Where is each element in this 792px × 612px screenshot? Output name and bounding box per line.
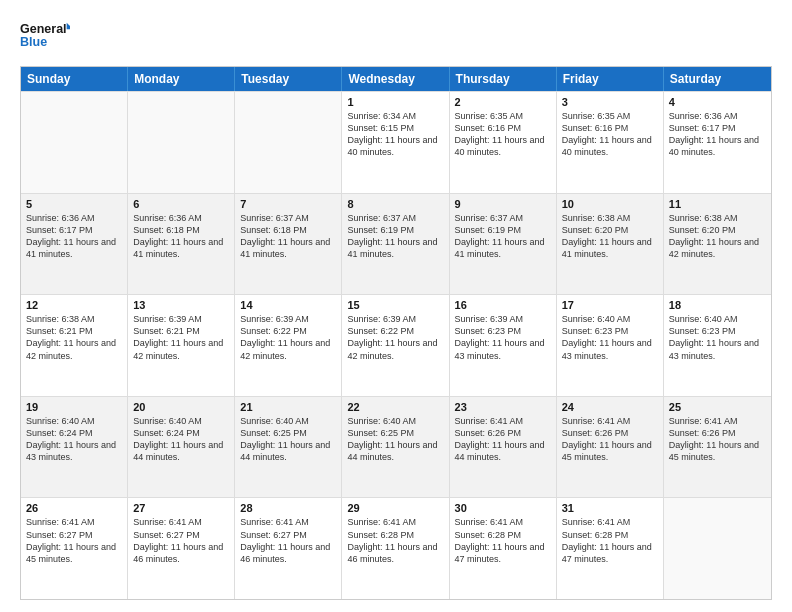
cell-detail: Sunrise: 6:41 AMSunset: 6:27 PMDaylight:…: [240, 516, 336, 565]
table-row: 31Sunrise: 6:41 AMSunset: 6:28 PMDayligh…: [557, 498, 664, 599]
header-day-monday: Monday: [128, 67, 235, 91]
table-row: 5Sunrise: 6:36 AMSunset: 6:17 PMDaylight…: [21, 194, 128, 295]
header-day-friday: Friday: [557, 67, 664, 91]
table-row: 20Sunrise: 6:40 AMSunset: 6:24 PMDayligh…: [128, 397, 235, 498]
table-row: 28Sunrise: 6:41 AMSunset: 6:27 PMDayligh…: [235, 498, 342, 599]
day-number: 11: [669, 198, 766, 210]
cell-detail: Sunrise: 6:40 AMSunset: 6:25 PMDaylight:…: [240, 415, 336, 464]
logo-svg: General Blue: [20, 16, 70, 56]
table-row: 11Sunrise: 6:38 AMSunset: 6:20 PMDayligh…: [664, 194, 771, 295]
header-day-saturday: Saturday: [664, 67, 771, 91]
cell-detail: Sunrise: 6:39 AMSunset: 6:22 PMDaylight:…: [347, 313, 443, 362]
calendar-row-2: 12Sunrise: 6:38 AMSunset: 6:21 PMDayligh…: [21, 294, 771, 396]
day-number: 7: [240, 198, 336, 210]
day-number: 22: [347, 401, 443, 413]
day-number: 31: [562, 502, 658, 514]
cell-detail: Sunrise: 6:41 AMSunset: 6:26 PMDaylight:…: [669, 415, 766, 464]
day-number: 9: [455, 198, 551, 210]
header-day-tuesday: Tuesday: [235, 67, 342, 91]
table-row: 6Sunrise: 6:36 AMSunset: 6:18 PMDaylight…: [128, 194, 235, 295]
table-row: 7Sunrise: 6:37 AMSunset: 6:18 PMDaylight…: [235, 194, 342, 295]
table-row: 15Sunrise: 6:39 AMSunset: 6:22 PMDayligh…: [342, 295, 449, 396]
table-row: 26Sunrise: 6:41 AMSunset: 6:27 PMDayligh…: [21, 498, 128, 599]
day-number: 15: [347, 299, 443, 311]
cell-detail: Sunrise: 6:41 AMSunset: 6:26 PMDaylight:…: [455, 415, 551, 464]
day-number: 14: [240, 299, 336, 311]
day-number: 28: [240, 502, 336, 514]
calendar-row-4: 26Sunrise: 6:41 AMSunset: 6:27 PMDayligh…: [21, 497, 771, 599]
cell-detail: Sunrise: 6:41 AMSunset: 6:28 PMDaylight:…: [455, 516, 551, 565]
table-row: 9Sunrise: 6:37 AMSunset: 6:19 PMDaylight…: [450, 194, 557, 295]
day-number: 2: [455, 96, 551, 108]
table-row: 18Sunrise: 6:40 AMSunset: 6:23 PMDayligh…: [664, 295, 771, 396]
table-row: 12Sunrise: 6:38 AMSunset: 6:21 PMDayligh…: [21, 295, 128, 396]
day-number: 30: [455, 502, 551, 514]
day-number: 29: [347, 502, 443, 514]
day-number: 10: [562, 198, 658, 210]
svg-marker-2: [67, 23, 70, 30]
header: General Blue: [20, 16, 772, 56]
cell-detail: Sunrise: 6:39 AMSunset: 6:21 PMDaylight:…: [133, 313, 229, 362]
day-number: 8: [347, 198, 443, 210]
cell-detail: Sunrise: 6:40 AMSunset: 6:23 PMDaylight:…: [562, 313, 658, 362]
calendar-body: 1Sunrise: 6:34 AMSunset: 6:15 PMDaylight…: [21, 91, 771, 599]
cell-detail: Sunrise: 6:40 AMSunset: 6:25 PMDaylight:…: [347, 415, 443, 464]
table-row: 25Sunrise: 6:41 AMSunset: 6:26 PMDayligh…: [664, 397, 771, 498]
table-row: 21Sunrise: 6:40 AMSunset: 6:25 PMDayligh…: [235, 397, 342, 498]
cell-detail: Sunrise: 6:37 AMSunset: 6:18 PMDaylight:…: [240, 212, 336, 261]
cell-detail: Sunrise: 6:36 AMSunset: 6:17 PMDaylight:…: [26, 212, 122, 261]
calendar: SundayMondayTuesdayWednesdayThursdayFrid…: [20, 66, 772, 600]
cell-detail: Sunrise: 6:41 AMSunset: 6:28 PMDaylight:…: [347, 516, 443, 565]
day-number: 13: [133, 299, 229, 311]
day-number: 6: [133, 198, 229, 210]
table-row: 8Sunrise: 6:37 AMSunset: 6:19 PMDaylight…: [342, 194, 449, 295]
table-row: 13Sunrise: 6:39 AMSunset: 6:21 PMDayligh…: [128, 295, 235, 396]
table-row: 27Sunrise: 6:41 AMSunset: 6:27 PMDayligh…: [128, 498, 235, 599]
header-day-thursday: Thursday: [450, 67, 557, 91]
day-number: 16: [455, 299, 551, 311]
cell-detail: Sunrise: 6:35 AMSunset: 6:16 PMDaylight:…: [455, 110, 551, 159]
table-row: 16Sunrise: 6:39 AMSunset: 6:23 PMDayligh…: [450, 295, 557, 396]
table-row: 10Sunrise: 6:38 AMSunset: 6:20 PMDayligh…: [557, 194, 664, 295]
table-row: 23Sunrise: 6:41 AMSunset: 6:26 PMDayligh…: [450, 397, 557, 498]
cell-detail: Sunrise: 6:40 AMSunset: 6:24 PMDaylight:…: [133, 415, 229, 464]
page: General Blue SundayMondayTuesdayWednesda…: [0, 0, 792, 612]
table-row: 24Sunrise: 6:41 AMSunset: 6:26 PMDayligh…: [557, 397, 664, 498]
day-number: 3: [562, 96, 658, 108]
cell-detail: Sunrise: 6:41 AMSunset: 6:28 PMDaylight:…: [562, 516, 658, 565]
cell-detail: Sunrise: 6:38 AMSunset: 6:20 PMDaylight:…: [562, 212, 658, 261]
table-row: 1Sunrise: 6:34 AMSunset: 6:15 PMDaylight…: [342, 92, 449, 193]
day-number: 24: [562, 401, 658, 413]
table-row: 3Sunrise: 6:35 AMSunset: 6:16 PMDaylight…: [557, 92, 664, 193]
table-row: [21, 92, 128, 193]
cell-detail: Sunrise: 6:40 AMSunset: 6:23 PMDaylight:…: [669, 313, 766, 362]
table-row: 17Sunrise: 6:40 AMSunset: 6:23 PMDayligh…: [557, 295, 664, 396]
day-number: 27: [133, 502, 229, 514]
day-number: 1: [347, 96, 443, 108]
day-number: 19: [26, 401, 122, 413]
header-day-sunday: Sunday: [21, 67, 128, 91]
cell-detail: Sunrise: 6:41 AMSunset: 6:27 PMDaylight:…: [133, 516, 229, 565]
day-number: 12: [26, 299, 122, 311]
svg-text:Blue: Blue: [20, 35, 47, 49]
logo: General Blue: [20, 16, 70, 56]
svg-text:General: General: [20, 22, 67, 36]
cell-detail: Sunrise: 6:35 AMSunset: 6:16 PMDaylight:…: [562, 110, 658, 159]
cell-detail: Sunrise: 6:36 AMSunset: 6:17 PMDaylight:…: [669, 110, 766, 159]
cell-detail: Sunrise: 6:39 AMSunset: 6:22 PMDaylight:…: [240, 313, 336, 362]
table-row: 22Sunrise: 6:40 AMSunset: 6:25 PMDayligh…: [342, 397, 449, 498]
table-row: [664, 498, 771, 599]
header-day-wednesday: Wednesday: [342, 67, 449, 91]
day-number: 23: [455, 401, 551, 413]
calendar-row-1: 5Sunrise: 6:36 AMSunset: 6:17 PMDaylight…: [21, 193, 771, 295]
cell-detail: Sunrise: 6:39 AMSunset: 6:23 PMDaylight:…: [455, 313, 551, 362]
day-number: 21: [240, 401, 336, 413]
table-row: 30Sunrise: 6:41 AMSunset: 6:28 PMDayligh…: [450, 498, 557, 599]
cell-detail: Sunrise: 6:41 AMSunset: 6:26 PMDaylight:…: [562, 415, 658, 464]
cell-detail: Sunrise: 6:38 AMSunset: 6:20 PMDaylight:…: [669, 212, 766, 261]
table-row: 19Sunrise: 6:40 AMSunset: 6:24 PMDayligh…: [21, 397, 128, 498]
day-number: 18: [669, 299, 766, 311]
table-row: [128, 92, 235, 193]
day-number: 20: [133, 401, 229, 413]
day-number: 17: [562, 299, 658, 311]
